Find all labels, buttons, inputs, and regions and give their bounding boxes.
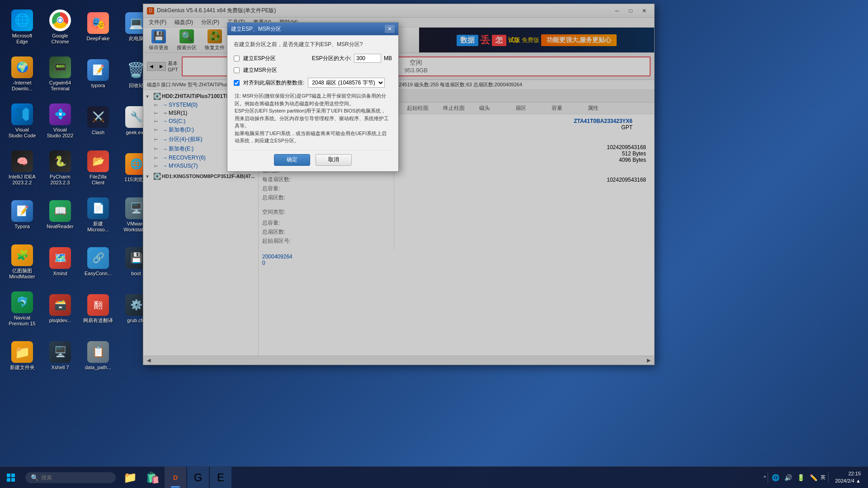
svg-rect-6: [7, 478, 10, 482]
taskbar-tray: ^ 🌐 🔊 🔋 ✏️ 英 22:15 2024/2/4 ▲: [760, 470, 868, 484]
tray-battery-icon[interactable]: 🔋: [795, 472, 806, 483]
desktop-icon-xmind[interactable]: 🗺️ Xmind: [42, 239, 78, 285]
easyconn-label: EasyConn...: [85, 271, 112, 277]
neatreader-icon: 📖: [49, 200, 71, 222]
vs2022-label: VisualStudio 2022: [47, 127, 74, 139]
start-button[interactable]: [0, 467, 22, 488]
internet-icon: 🌍: [11, 56, 33, 78]
note-line6: 如果电脑采用了UEFI系统，或当前磁盘将来可能会用在UEFI系统上启: [235, 130, 391, 137]
taskbar-search-bar[interactable]: 🔍: [25, 472, 116, 483]
esp-checkbox-label[interactable]: 建立ESP分区: [243, 55, 276, 62]
desktop: 🌐 MicrosoftEdge GoogleChrome 🎭 DeepFake: [0, 0, 868, 488]
cancel-button[interactable]: 取消: [316, 154, 352, 166]
intellij-icon: 🧠: [11, 150, 33, 172]
esp-size-input[interactable]: [354, 54, 381, 63]
mindmaster-label: 亿图脑图MindMaster: [9, 268, 35, 280]
xmind-icon: 🗺️: [49, 247, 71, 269]
tray-pen-icon[interactable]: ✏️: [808, 472, 819, 483]
xshell-icon: 🖥️: [49, 341, 71, 363]
align-select[interactable]: 2048 扇区 (1048576 字节): [308, 78, 385, 88]
typora-label: typora: [91, 83, 105, 89]
align-label[interactable]: 对齐到此扇区数的整数倍:: [243, 79, 304, 87]
desktop-icon-typora2[interactable]: 📝 Typora: [5, 192, 40, 238]
tray-lang-indicator[interactable]: 英: [821, 474, 826, 481]
desktop-icons-grid: 🌐 MicrosoftEdge GoogleChrome 🎭 DeepFake: [5, 5, 155, 473]
pycharm-label: PyCharm2023.2.3: [50, 174, 71, 186]
navicat-icon: 🐬: [11, 291, 33, 313]
desktop-icon-neatreader[interactable]: 📖 NeatReader: [42, 192, 78, 238]
svg-rect-7: [11, 478, 15, 482]
esp-checkbox-row: 建立ESP分区 ESP分区的大小: MB: [234, 54, 392, 63]
internet-label: -InternetDownlo...: [12, 80, 33, 92]
tray-network-icon[interactable]: 🌐: [770, 472, 781, 483]
desktop-icon-cygwin[interactable]: 📟 Cygwin64Terminal: [42, 52, 78, 97]
align-row: 对齐到此扇区数的整数倍: 2048 扇区 (1048576 字节): [234, 78, 392, 88]
taskbar-app-gt[interactable]: G: [187, 467, 209, 488]
dialog-close-button[interactable]: ✕: [385, 25, 395, 33]
tray-chevron[interactable]: ^: [764, 475, 766, 480]
search-magnifier-icon: 🔍: [31, 474, 38, 481]
desktop-icon-xshell[interactable]: 🖥️ Xshell 7: [42, 333, 78, 379]
desktop-icon-edge[interactable]: 🌐 MicrosoftEdge: [5, 5, 40, 50]
desktop-icon-clash[interactable]: ⚔️ Clash: [80, 99, 116, 144]
desktop-icon-newdoc[interactable]: 📄 新建Microso...: [80, 192, 116, 238]
cygwin-label: Cygwin64Terminal: [49, 80, 71, 92]
taskbar: 🔍 📁 🛍️ D G E ^ 🌐 🔊 🔋 ✏️ 英: [0, 466, 868, 488]
pycharm-icon: 🐍: [49, 150, 71, 172]
msr-checkbox-label[interactable]: 建立MSR分区: [243, 66, 277, 74]
chrome-label: GoogleChrome: [51, 33, 69, 45]
desktop-icon-typora[interactable]: 📝 typora: [80, 52, 116, 97]
desktop-icon-vs2022[interactable]: 💠 VisualStudio 2022: [42, 99, 78, 144]
desktop-icon-mindmaster[interactable]: 🧩 亿图脑图MindMaster: [5, 239, 40, 285]
esp-size-container: ESP分区的大小: MB: [312, 54, 392, 63]
msr-checkbox[interactable]: [234, 67, 240, 73]
grub-label: grub.cfg: [127, 318, 145, 324]
align-checkbox[interactable]: [234, 80, 240, 86]
newfolder-label: 新建文件夹: [10, 365, 35, 371]
svg-rect-4: [7, 474, 10, 477]
desktop-icon-vscode[interactable]: VisualStudio Code: [5, 99, 40, 144]
taskbar-app-store[interactable]: 🛍️: [142, 467, 164, 488]
desktop-icon-youdao[interactable]: 翻 网易有道翻译: [80, 286, 116, 332]
xshell-label: Xshell 7: [51, 365, 69, 371]
modal-overlay: 建立ESP、MSR分区 ✕ 在建立新分区之前，是否先建立下列ESP、MSR分区?…: [143, 4, 654, 365]
taskbar-app-explorer[interactable]: 📁: [119, 467, 141, 488]
typora-icon: 📝: [87, 59, 109, 81]
taskbar-clock[interactable]: 22:15 2024/2/4 ▲: [831, 470, 864, 484]
taskbar-search-input[interactable]: [41, 474, 109, 481]
typora2-icon: 📝: [11, 200, 33, 222]
desktop-icon-intellij[interactable]: 🧠 IntelliJ IDEA2023.2.2: [5, 145, 40, 191]
tray-separator: [768, 472, 768, 483]
tray-separator-2: [828, 472, 829, 483]
dialog-question: 在建立新分区之前，是否先建立下列ESP、MSR分区?: [234, 41, 392, 48]
msr-checkbox-row: 建立MSR分区: [234, 66, 392, 74]
desktop-icon-chrome[interactable]: GoogleChrome: [42, 5, 78, 50]
desktop-icon-pycharm[interactable]: 🐍 PyCharm2023.2.3: [42, 145, 78, 191]
youdao-label: 网易有道翻译: [83, 318, 113, 324]
esp-size-unit: MB: [384, 55, 392, 61]
desktop-icon-newfolder[interactable]: 📁 新建文件夹: [5, 333, 40, 379]
desktop-icon-easyconn[interactable]: 🔗 EasyConn...: [80, 239, 116, 285]
plsql-label: plsqldev...: [49, 318, 71, 324]
desktop-icon-plsql[interactable]: 🗃️ plsqldev...: [42, 286, 78, 332]
neatreader-label: NeatReader: [47, 224, 73, 230]
clock-date: 2024/2/4 ▲: [835, 478, 861, 484]
desktop-icon-navicat[interactable]: 🐬 NavicatPremium 15: [5, 286, 40, 332]
tray-volume-icon[interactable]: 🔊: [783, 472, 793, 483]
note-line4: 用来启动操作系统。分区内存放引导管理程序、驱动程序、系统维护工: [235, 115, 391, 122]
taskbar-app-ext[interactable]: E: [210, 467, 231, 488]
taskbar-app-diskgenius[interactable]: D: [165, 467, 186, 488]
intellij-label: IntelliJ IDEA2023.2.2: [9, 174, 36, 186]
dialog-title: 建立ESP、MSR分区: [231, 25, 382, 33]
cygwin-icon: 📟: [49, 56, 71, 78]
confirm-button[interactable]: 确定: [274, 154, 310, 166]
desktop-icon-deepfake[interactable]: 🎭 DeepFake: [80, 5, 116, 50]
tray-icons: ^ 🌐 🔊 🔋 ✏️ 英: [764, 472, 826, 483]
desktop-icon-datapath[interactable]: 📋 data_path...: [80, 333, 116, 379]
easyconn-icon: 🔗: [87, 247, 109, 269]
desktop-icon-filezilla[interactable]: 📂 FileZillaClient: [80, 145, 116, 191]
esp-section: 建立ESP分区 ESP分区的大小: MB: [234, 54, 392, 63]
datapath-icon: 📋: [87, 341, 109, 363]
esp-checkbox[interactable]: [234, 56, 240, 61]
desktop-icon-internet[interactable]: 🌍 -InternetDownlo...: [5, 52, 40, 97]
